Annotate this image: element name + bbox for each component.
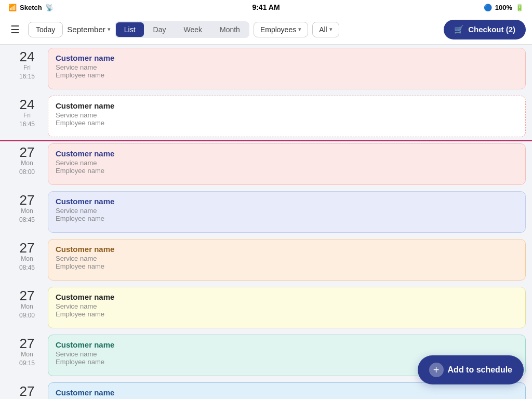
customer-name: Customer name: [56, 149, 518, 158]
employee-name: Employee name: [56, 310, 518, 318]
battery-label: 100%: [495, 4, 512, 11]
add-to-schedule-button[interactable]: + Add to schedule: [418, 355, 524, 384]
month-select-button[interactable]: September ▾: [67, 25, 110, 34]
app-name: Sketch: [20, 4, 42, 11]
day-label: Mon08:00: [19, 159, 35, 177]
date-column: 27 Mon08:45: [6, 191, 48, 224]
customer-name: Customer name: [56, 197, 518, 206]
day-label: Mon08:45: [19, 207, 35, 224]
day-label: Mon08:45: [19, 255, 35, 272]
view-tabs: List Day Week Month: [115, 21, 249, 38]
employee-name: Employee name: [56, 215, 518, 222]
employee-name: Employee name: [56, 262, 518, 270]
nav-bar: ☰ Today September ▾ List Day Week Month …: [0, 15, 532, 45]
service-name: Service name: [56, 63, 518, 71]
day-label: Mon09:00: [19, 302, 35, 320]
employees-button[interactable]: Employees ▾: [254, 22, 308, 37]
day-number: 27: [20, 384, 35, 398]
plus-icon: +: [429, 363, 444, 377]
tab-day[interactable]: Day: [145, 22, 175, 37]
date-column: 24 Fri16:15: [6, 48, 48, 81]
employee-name: Employee name: [56, 71, 518, 79]
tab-month[interactable]: Month: [211, 22, 248, 37]
service-name: Service name: [56, 302, 518, 310]
service-name: Service name: [56, 255, 518, 262]
date-column: 27 Mon09:15: [6, 335, 48, 368]
day-number: 27: [20, 193, 35, 207]
wifi-icon: 📡: [45, 4, 54, 11]
all-chevron-icon: ▾: [329, 26, 332, 33]
day-number: 27: [20, 241, 35, 255]
tab-week[interactable]: Week: [175, 22, 210, 37]
checkout-label: Checkout (2): [468, 25, 515, 34]
date-column: 27 Mon08:45: [6, 239, 48, 272]
day-number: 27: [20, 337, 35, 350]
tab-list[interactable]: List: [116, 22, 144, 37]
day-number: 27: [20, 145, 35, 159]
appointment-card[interactable]: Customer name Service name Employee name: [48, 191, 526, 233]
table-row: 27 Mon08:00 Customer name Service name E…: [0, 140, 532, 188]
employees-label: Employees: [260, 25, 296, 34]
fab-label: Add to schedule: [448, 365, 512, 375]
table-row: 24 Fri16:15 Customer name Service name E…: [0, 45, 532, 92]
employee-name: Employee name: [56, 119, 518, 127]
customer-name: Customer name: [56, 101, 518, 110]
table-row: 27 Mon08:45 Customer name Service name E…: [0, 188, 532, 236]
now-line: [0, 140, 532, 141]
date-column: 24 Fri16:45: [6, 96, 48, 129]
table-row: 27 Mon08:45 Customer name Service name E…: [0, 236, 532, 284]
appointment-card[interactable]: Customer name Service name Employee name: [48, 143, 526, 185]
appointment-card[interactable]: Customer name Service name Employee name: [48, 239, 526, 281]
appointment-card[interactable]: Customer name Service name Employee name: [48, 96, 526, 137]
appointment-card[interactable]: Customer name Service name Employee name: [48, 48, 526, 89]
day-number: 24: [20, 98, 35, 111]
day-label: Fri16:15: [19, 63, 35, 81]
all-label: All: [319, 25, 327, 34]
employees-chevron-icon: ▾: [298, 26, 301, 33]
month-label: September: [67, 25, 105, 34]
status-right: 🔵 100% 🔋: [484, 4, 524, 11]
clock: 9:41 AM: [252, 3, 280, 11]
all-button[interactable]: All ▾: [312, 22, 339, 37]
date-column: 27 Mon08:00: [6, 143, 48, 177]
status-bar: 📶 Sketch 📡 9:41 AM 🔵 100% 🔋: [0, 0, 532, 15]
chevron-down-icon: ▾: [108, 26, 111, 33]
appointment-card[interactable]: Customer name Service name Employee name: [48, 287, 526, 328]
customer-name: Customer name: [56, 292, 518, 301]
checkout-button[interactable]: 🛒 Checkout (2): [444, 20, 526, 39]
day-label: Mon09:15: [19, 350, 35, 368]
date-column: 27 Mon09:15: [6, 382, 48, 399]
service-name: Service name: [56, 111, 518, 119]
table-row: 27 Mon09:00 Customer name Service name E…: [0, 284, 532, 331]
service-name: Service name: [56, 207, 518, 215]
day-label: Fri16:45: [19, 111, 35, 129]
day-number: 27: [20, 289, 35, 302]
table-row: 24 Fri16:45 Customer name Service name E…: [0, 92, 532, 140]
customer-name: Customer name: [56, 388, 518, 397]
day-number: 24: [20, 50, 35, 63]
battery-icon: 🔋: [515, 4, 524, 11]
status-left: 📶 Sketch 📡: [8, 4, 54, 11]
customer-name: Customer name: [56, 245, 518, 254]
customer-name: Customer name: [56, 340, 518, 349]
bluetooth-icon: 🔵: [484, 4, 492, 11]
date-column: 27 Mon09:00: [6, 287, 48, 320]
service-name: Service name: [56, 159, 518, 167]
customer-name: Customer name: [56, 54, 518, 62]
schedule-list[interactable]: 24 Fri16:15 Customer name Service name E…: [0, 45, 532, 399]
hamburger-icon[interactable]: ☰: [6, 21, 24, 38]
signal-icon: 📶: [8, 4, 17, 11]
cart-icon: 🛒: [454, 25, 464, 34]
appointment-card[interactable]: Customer name Service name Employee name: [48, 382, 526, 399]
today-button[interactable]: Today: [28, 22, 63, 37]
employee-name: Employee name: [56, 167, 518, 175]
